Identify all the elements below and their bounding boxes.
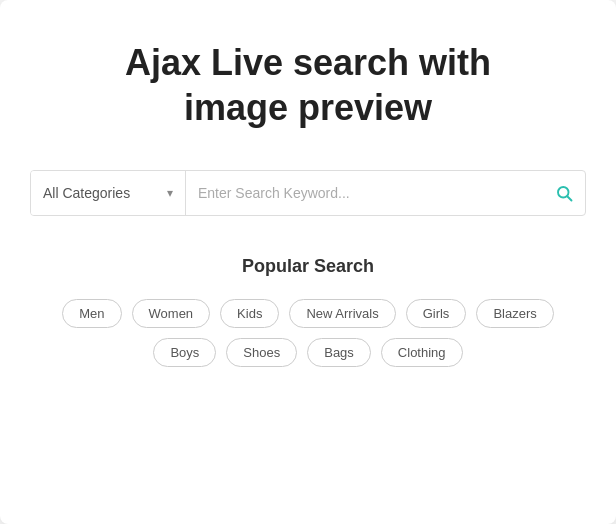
tag-item[interactable]: Blazers [476, 299, 553, 328]
tag-item[interactable]: Kids [220, 299, 279, 328]
svg-line-1 [568, 197, 572, 201]
search-button[interactable] [543, 171, 585, 215]
tags-container: MenWomenKidsNew ArrivalsGirlsBlazersBoys… [30, 299, 586, 367]
search-input-wrapper [186, 171, 543, 215]
tag-item[interactable]: New Arrivals [289, 299, 395, 328]
tag-item[interactable]: Clothing [381, 338, 463, 367]
page-title: Ajax Live search with image preview [125, 40, 491, 130]
search-bar: All CategoriesMenWomenKidsShoesClothingB… [30, 170, 586, 216]
tag-item[interactable]: Men [62, 299, 121, 328]
tag-item[interactable]: Shoes [226, 338, 297, 367]
category-dropdown-wrapper[interactable]: All CategoriesMenWomenKidsShoesClothingB… [31, 171, 186, 215]
main-card: Ajax Live search with image preview All … [0, 0, 616, 524]
search-input[interactable] [198, 185, 531, 201]
popular-search-section: Popular Search MenWomenKidsNew ArrivalsG… [30, 256, 586, 367]
tag-item[interactable]: Women [132, 299, 211, 328]
tag-item[interactable]: Bags [307, 338, 371, 367]
category-select[interactable]: All CategoriesMenWomenKidsShoesClothingB… [43, 185, 173, 201]
svg-point-0 [558, 187, 569, 198]
popular-search-title: Popular Search [242, 256, 374, 277]
tag-item[interactable]: Girls [406, 299, 467, 328]
search-icon [555, 184, 573, 202]
tag-item[interactable]: Boys [153, 338, 216, 367]
